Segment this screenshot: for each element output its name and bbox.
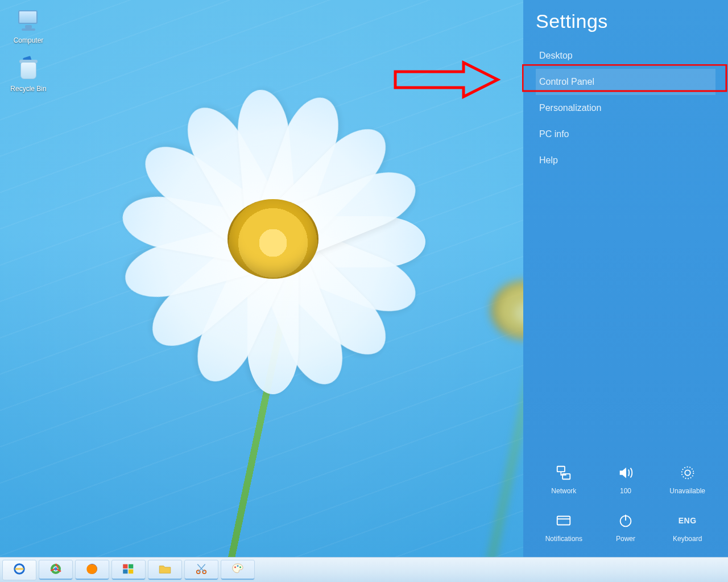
- link-label: Personalization: [539, 103, 601, 113]
- brightness-icon: [678, 463, 697, 482]
- svg-rect-4: [557, 517, 570, 525]
- taskbar-app-firefox[interactable]: [75, 560, 109, 580]
- taskbar-app-snipping-tool[interactable]: [184, 560, 218, 580]
- quick-label: Power: [616, 535, 635, 543]
- svg-rect-0: [557, 467, 565, 472]
- settings-link-pc-info[interactable]: PC info: [536, 121, 715, 147]
- quick-label: Notifications: [545, 535, 582, 543]
- network-icon: [554, 463, 573, 482]
- link-label: Desktop: [539, 51, 573, 60]
- link-label: Control Panel: [539, 77, 594, 86]
- quick-network[interactable]: Network: [536, 463, 592, 495]
- quick-label: Keyboard: [673, 535, 702, 543]
- quick-power[interactable]: Power: [598, 511, 654, 543]
- svg-point-3: [681, 467, 693, 479]
- taskbar-app-chrome[interactable]: [39, 560, 73, 580]
- link-label: PC info: [539, 129, 569, 139]
- quick-label: 100: [620, 487, 631, 495]
- quick-volume[interactable]: 100: [598, 463, 654, 495]
- live-icon: [122, 562, 135, 578]
- keyboard-lang: ENG: [679, 516, 697, 525]
- volume-icon: [616, 463, 635, 482]
- quick-brightness[interactable]: Unavailable: [659, 463, 715, 495]
- svg-rect-13: [123, 564, 127, 568]
- power-icon: [616, 511, 635, 530]
- ie-icon: [13, 562, 26, 578]
- recycle-bin-icon: [15, 57, 42, 82]
- taskbar-app-windows-live[interactable]: [111, 560, 146, 580]
- quick-label: Network: [551, 487, 576, 495]
- settings-link-help[interactable]: Help: [536, 147, 715, 174]
- chrome-icon: [49, 562, 63, 578]
- quick-notifications[interactable]: Notifications: [536, 511, 592, 543]
- taskbar-app-paint[interactable]: [221, 560, 255, 580]
- svg-point-19: [234, 566, 236, 568]
- svg-point-20: [237, 565, 239, 567]
- svg-rect-14: [129, 564, 133, 568]
- quick-keyboard[interactable]: ENG Keyboard: [659, 511, 715, 543]
- snip-icon: [195, 562, 208, 578]
- link-label: Help: [539, 155, 558, 165]
- settings-link-desktop[interactable]: Desktop: [536, 43, 715, 69]
- desktop-icon-label: Recycle Bin: [6, 85, 51, 93]
- svg-rect-16: [129, 569, 133, 573]
- paint-icon: [231, 562, 245, 578]
- desktop-icon-recycle-bin[interactable]: Recycle Bin: [5, 54, 52, 94]
- desktop-icon-computer[interactable]: Computer: [5, 6, 52, 46]
- quick-label: Unavailable: [669, 487, 705, 495]
- notifications-icon: [554, 511, 573, 530]
- taskbar-app-internet-explorer[interactable]: [2, 560, 36, 580]
- quick-settings-grid: Network 100 Unavailable Notifications Po…: [536, 463, 715, 543]
- settings-charm-panel: Settings Desktop Control Panel Personali…: [523, 0, 728, 582]
- taskbar-app-file-explorer[interactable]: [148, 560, 182, 580]
- explorer-icon: [158, 562, 172, 578]
- desktop-icon-label: Computer: [6, 36, 51, 44]
- computer-icon: [15, 9, 42, 34]
- svg-point-21: [239, 566, 241, 568]
- settings-link-control-panel[interactable]: Control Panel: [536, 69, 715, 95]
- keyboard-icon: ENG: [678, 511, 697, 530]
- taskbar: [0, 557, 728, 582]
- svg-rect-15: [123, 569, 127, 573]
- svg-point-2: [685, 470, 690, 475]
- settings-title: Settings: [536, 10, 715, 32]
- settings-link-personalization[interactable]: Personalization: [536, 95, 715, 121]
- firefox-icon: [85, 562, 99, 578]
